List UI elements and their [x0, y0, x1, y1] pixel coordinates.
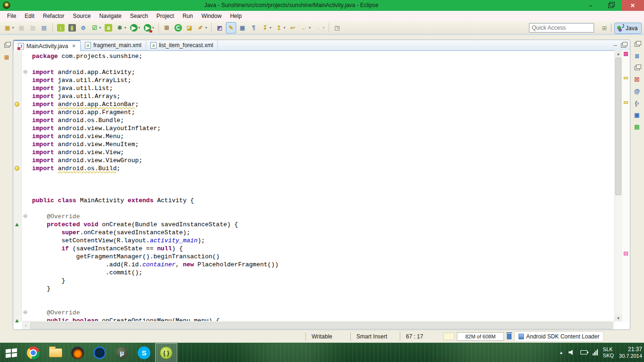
android-sdk-manager-icon[interactable]: ↓ [56, 22, 66, 33]
vertical-scrollbar[interactable]: ▲ ▼ [614, 50, 622, 321]
menu-help[interactable]: Help [226, 11, 246, 21]
code-line[interactable]: if (savedInstanceState == null) { [32, 245, 614, 253]
code-line[interactable]: import android.app.Activity; [32, 68, 614, 76]
tab-MainActivity.java[interactable]: JMainActivity.java✕ [13, 40, 81, 51]
code-line[interactable]: import android.view.ViewGroup; [32, 156, 614, 165]
language-indicator[interactable]: SLKSKQ [603, 346, 614, 359]
dropdown-arrow-icon[interactable]: ▾ [152, 26, 154, 30]
scroll-left-icon[interactable]: ‹ [23, 322, 29, 329]
lint-icon[interactable]: ⊘ [78, 22, 89, 33]
menu-source[interactable]: Source [68, 11, 95, 21]
search-icon[interactable]: ✐▾ [196, 22, 209, 33]
open-task-icon[interactable]: ◩ [215, 22, 225, 33]
dropdown-arrow-icon[interactable]: ▾ [270, 26, 272, 30]
code-line[interactable]: } [32, 285, 614, 293]
code-line[interactable]: getFragmentManager().beginTransaction() [32, 253, 614, 261]
restore-pane-icon[interactable] [633, 64, 641, 72]
collapse-icon[interactable]: ⊖ [23, 69, 27, 74]
code-line[interactable] [32, 293, 614, 301]
print-icon[interactable]: ▤ [39, 22, 50, 33]
code-line[interactable]: import android.os.Bundle; [32, 116, 614, 124]
restore-pane-icon[interactable] [2, 41, 11, 49]
dropdown-arrow-icon[interactable]: ▾ [12, 26, 14, 30]
annotation-ruler[interactable] [13, 50, 22, 321]
code-line[interactable]: setContentView(R.layout.activity_main); [32, 237, 614, 245]
fl-studio-taskbar-icon[interactable] [66, 343, 89, 362]
job-progress[interactable]: Android SDK Content Loader [514, 331, 603, 342]
code-line[interactable] [32, 181, 614, 189]
new-android-app-icon[interactable]: a [103, 22, 114, 33]
last-edit-location-icon[interactable]: ↩ [288, 22, 298, 33]
back-icon[interactable]: ←▾ [299, 22, 312, 33]
skype-taskbar-icon[interactable]: S [133, 343, 155, 362]
warning-bulb-icon[interactable] [15, 166, 19, 171]
dropdown-arrow-icon[interactable]: ▾ [284, 26, 286, 30]
dropdown-arrow-icon[interactable]: ▾ [206, 26, 207, 30]
menu-run[interactable]: Run [178, 11, 197, 21]
volume-icon[interactable] [569, 350, 575, 355]
package-explorer-icon[interactable]: ⊞ [2, 54, 11, 61]
restore-pane-icon[interactable] [633, 41, 641, 48]
editor-area[interactable]: JMainActivity.java✕afragment_main.xmlali… [13, 40, 630, 330]
javadoc-icon[interactable]: @ [633, 88, 641, 95]
menu-edit[interactable]: Edit [20, 11, 39, 21]
show-hidden-icons[interactable]: ▲ [559, 350, 563, 355]
previous-annotation-icon[interactable]: ↥▾ [274, 22, 287, 33]
scroll-down-icon[interactable]: ▼ [615, 315, 622, 321]
open-type-icon[interactable]: ◪ [184, 22, 195, 33]
avd-manager-icon[interactable]: ▮ [67, 22, 77, 33]
overview-warning-marker[interactable] [624, 101, 628, 104]
override-marker-icon[interactable] [15, 319, 19, 322]
override-marker-icon[interactable] [15, 223, 19, 226]
utorrent-taskbar-icon[interactable]: µ [111, 343, 133, 362]
code-line[interactable]: import android.view.MenuItem; [32, 140, 614, 148]
new-java-project-icon[interactable]: ⊞ [162, 22, 172, 33]
menu-search[interactable]: Search [126, 11, 152, 21]
debug-icon[interactable]: ✱▾ [115, 22, 128, 33]
mark-occurrences-icon[interactable]: ✎ [226, 22, 236, 33]
garbage-collect-icon[interactable] [507, 334, 512, 339]
external-tools-icon[interactable]: ▶▾ [142, 22, 156, 33]
code-line[interactable]: } [32, 277, 614, 285]
code-line[interactable] [32, 189, 614, 197]
horizontal-scrollbar[interactable]: ‹ [22, 321, 614, 329]
code-line[interactable] [32, 205, 614, 213]
warning-bulb-icon[interactable] [15, 102, 19, 107]
run-icon[interactable]: ▶▾ [129, 22, 142, 33]
tab-close-icon[interactable]: ✕ [72, 43, 75, 49]
code-line[interactable]: .add(R.id.container, new PlaceholderFrag… [32, 261, 614, 269]
new-wizard-icon[interactable]: ▣▾ [2, 22, 16, 33]
battery-icon[interactable] [580, 350, 587, 354]
code-view[interactable]: package com.projects.sunshine;import and… [30, 50, 614, 321]
forward-icon[interactable]: →▾ [313, 22, 326, 33]
collapse-icon[interactable]: ⊖ [23, 214, 27, 219]
console-icon[interactable]: ▣ [633, 111, 641, 119]
code-line[interactable]: import android.app.ActionBar; [32, 100, 614, 108]
logcat-icon[interactable]: ▤ [633, 123, 641, 131]
outline-icon[interactable]: ≣ [633, 52, 641, 60]
dropdown-arrow-icon[interactable]: ▾ [309, 26, 311, 30]
network-signal-icon[interactable] [593, 349, 598, 355]
open-perspective-icon[interactable]: ⊞ [600, 24, 609, 33]
code-line[interactable]: import java.util.Arrays; [32, 92, 614, 100]
quick-access-input[interactable] [529, 23, 594, 33]
vertical-scroll-thumb[interactable] [615, 58, 621, 195]
fold-ruler[interactable]: ⊖⊖⊖ [22, 50, 30, 321]
code-line[interactable]: import android.view.Menu; [32, 132, 614, 140]
code-line[interactable]: public class MainActivity extends Activi… [32, 197, 614, 205]
code-line[interactable]: @Override [32, 213, 614, 221]
menu-refactor[interactable]: Refactor [39, 11, 68, 21]
code-line[interactable]: .commit(); [32, 269, 614, 277]
java-perspective-button[interactable]: J Java [614, 23, 642, 34]
show-whitespace-icon[interactable]: ¶ [248, 22, 259, 33]
close-button[interactable]: ✕ [621, 0, 644, 11]
problems-icon[interactable]: ☒ [633, 76, 641, 83]
code-line[interactable] [32, 60, 614, 68]
chrome-taskbar-icon[interactable] [22, 343, 44, 362]
save-icon[interactable]: ▦ [17, 22, 27, 33]
code-line[interactable]: protected void onCreate(Bundle savedInst… [32, 221, 614, 229]
code-line[interactable]: super.onCreate(savedInstanceState); [32, 229, 614, 237]
overview-pink-marker[interactable] [624, 252, 628, 255]
minimize-button[interactable]: – [583, 0, 599, 11]
tab-list_item_forecast.xml[interactable]: alist_item_forecast.xml [146, 40, 218, 50]
